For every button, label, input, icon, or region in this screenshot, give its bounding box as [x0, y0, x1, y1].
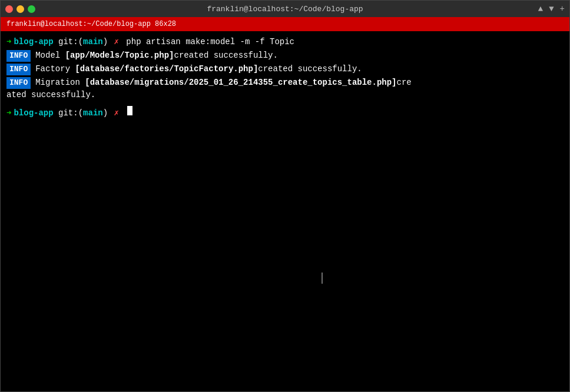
close-button[interactable]: [5, 5, 13, 13]
info-line-migration: INFO Migration [database/migrations/2025…: [6, 77, 564, 89]
info-text-3: Migration: [35, 77, 85, 89]
window-controls: [5, 5, 35, 13]
info-line-model: INFO Model [app/Models/Topic.php] create…: [6, 49, 564, 62]
prompt-dir-2: blog-app: [14, 107, 53, 119]
tab-title: franklin@localhost:~/Code/blog-app 86x28: [6, 20, 176, 28]
prompt-branch-2: main: [83, 107, 103, 119]
down-icon[interactable]: ▼: [549, 4, 554, 14]
info-badge-1: INFO: [6, 50, 31, 62]
info-bold-1: [app/Models/Topic.php]: [65, 49, 174, 62]
empty-line: [6, 101, 564, 106]
info-bold-3: [database/migrations/2025_01_26_214355_c…: [85, 77, 396, 89]
maximize-button[interactable]: [28, 5, 35, 13]
minimize-button[interactable]: [16, 5, 24, 13]
terminal-window: franklin@localhost:~/Code/blog-app ▲ ▼ +…: [0, 0, 570, 392]
tab-bar: franklin@localhost:~/Code/blog-app 86x28: [1, 17, 569, 31]
title-bar: franklin@localhost:~/Code/blog-app ▲ ▼ +: [1, 1, 569, 17]
window-title: franklin@localhost:~/Code/blog-app: [207, 5, 363, 14]
info-suffix-2: created successfully.: [258, 63, 362, 75]
prompt-git-1: git:(: [54, 36, 83, 48]
command-line-2: ➜ blog-app git:( main ) ✗: [6, 106, 564, 119]
text-cursor: [127, 106, 132, 115]
info-line-factory: INFO Factory [database/factories/TopicFa…: [6, 63, 564, 75]
up-icon[interactable]: ▲: [538, 4, 543, 14]
prompt-x-2: ✗: [109, 107, 119, 119]
info-badge-2: INFO: [6, 64, 31, 75]
info-text-2: Factory: [35, 63, 75, 75]
info-badge-3: INFO: [6, 77, 31, 89]
prompt-x-1: ✗: [109, 36, 119, 48]
command-line-1: ➜ blog-app git:( main ) ✗ php artisan ma…: [6, 36, 564, 48]
add-tab-icon[interactable]: +: [560, 4, 565, 14]
prompt-arrow-2: ➜: [6, 107, 11, 119]
title-bar-right: ▲ ▼ +: [538, 4, 565, 14]
info-bold-2: [database/factories/TopicFactory.php]: [75, 63, 258, 75]
prompt-arrow-1: ➜: [6, 36, 11, 48]
info-text-cont: ated successfully.: [6, 89, 95, 101]
prompt-git-close-2: ): [103, 107, 108, 119]
info-suffix-3: cre: [397, 77, 412, 89]
prompt-git-close-1: ): [103, 36, 108, 48]
info-suffix-1: created successfully.: [174, 49, 277, 62]
command-text-1: php artisan make:model -m -f Topic: [121, 36, 294, 48]
prompt-branch-1: main: [83, 36, 103, 48]
info-line-migration-cont: ated successfully.: [6, 89, 564, 101]
ibeam-cursor: |: [319, 270, 326, 287]
prompt-dir-1: blog-app: [14, 36, 53, 48]
prompt-git-2: git:(: [54, 107, 83, 119]
info-text-1: Model: [35, 49, 65, 62]
command-cursor: [121, 107, 126, 119]
terminal-body[interactable]: ➜ blog-app git:( main ) ✗ php artisan ma…: [1, 31, 569, 391]
